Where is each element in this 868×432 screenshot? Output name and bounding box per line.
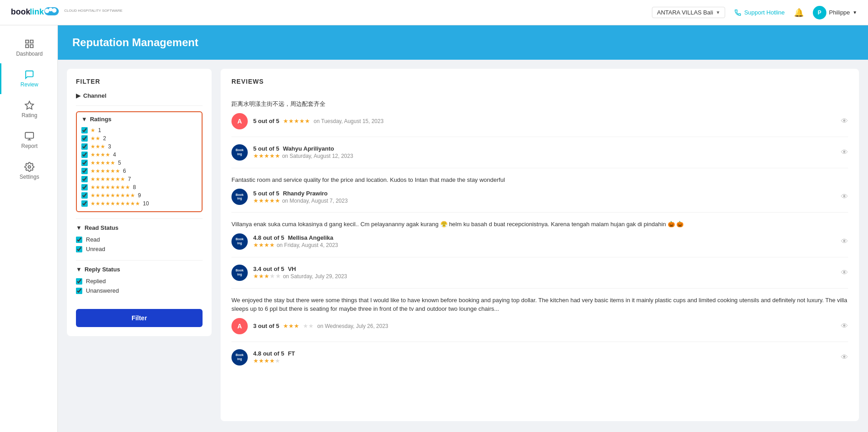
svg-rect-8	[26, 45, 28, 47]
review-stars-5: ★★★	[253, 273, 269, 280]
rating-1-stars: ★	[90, 127, 95, 133]
sidebar-item-dashboard[interactable]: Dashboard	[0, 33, 57, 63]
filter-button[interactable]: Filter	[76, 309, 203, 327]
view-button-1[interactable]: 👁	[841, 117, 848, 125]
review-date-4: on Friday, August 4, 2023	[277, 242, 338, 248]
view-button-6[interactable]: 👁	[841, 322, 848, 330]
view-button-5[interactable]: 👁	[841, 269, 848, 277]
review-rating-info-3: 5 out of 5 Rhandy Prawiro ★★★★★ on Monda…	[253, 190, 835, 204]
rating-10-label: 10	[143, 200, 149, 207]
review-date-6: on Wednesday, July 26, 2023	[317, 323, 388, 329]
review-text-1: 距离水明漾主街不远，周边配套齐全	[231, 100, 848, 109]
user-menu[interactable]: P Philippe ▼	[813, 6, 857, 19]
review-score-2: 5 out of 5	[253, 145, 279, 152]
rating-6-checkbox[interactable]	[81, 168, 88, 174]
rating-6-stars: ★★★★★★	[90, 168, 120, 174]
notifications-button[interactable]: 🔔	[794, 8, 804, 18]
reply-status-toggle[interactable]: ▼ Reply Status	[76, 266, 203, 273]
read-option-unread: Unread	[76, 244, 203, 254]
rating-5-label: 5	[118, 160, 121, 166]
channel-label: Channel	[83, 92, 106, 99]
sidebar-item-review[interactable]: Review	[0, 63, 57, 94]
ratings-box: ▼ Ratings ★ 1 ★★ 2	[76, 111, 203, 212]
review-card-3: Fantastic room and service quality for t…	[231, 168, 848, 213]
user-chevron-icon: ▼	[853, 10, 857, 15]
sidebar-report-label: Report	[21, 143, 38, 149]
rating-4-stars: ★★★★	[90, 152, 110, 158]
sidebar-item-rating[interactable]: Rating	[0, 94, 57, 125]
ratings-arrow-icon: ▼	[81, 116, 87, 123]
review-meta-5: Booking 3.4 out of 5 VH ★★★★★ on Saturda…	[231, 265, 848, 281]
review-rating-info-4: 4.8 out of 5 Mellisa Angelika ★★★★ on Fr…	[253, 234, 835, 248]
ratings-toggle[interactable]: ▼ Ratings	[81, 116, 197, 123]
svg-text:book: book	[11, 7, 31, 16]
sidebar-item-settings[interactable]: Settings	[0, 156, 57, 186]
main-content: FILTER ▶ Channel ▼ Ratings	[58, 60, 868, 430]
review-rating-info-7: 4.8 out of 5 FT ★★★★★	[253, 350, 835, 364]
view-button-3[interactable]: 👁	[841, 193, 848, 201]
reviewer-name-4: Mellisa Angelika	[288, 234, 334, 241]
review-meta-6: A 3 out of 5 ★★★★★ on Wednesday, July 26…	[231, 318, 848, 334]
hotel-selector[interactable]: ANTARA VILLAS Bali ▼	[652, 7, 725, 18]
channel-arrow-icon: ▶	[76, 92, 80, 99]
rating-7-checkbox[interactable]	[81, 176, 88, 182]
ratings-label: Ratings	[90, 116, 112, 123]
app-subtitle: CLOUD HOSPITALITY SOFTWARE	[64, 9, 123, 13]
rating-1-checkbox[interactable]	[81, 127, 88, 133]
support-hotline-button[interactable]: Support Hotline	[734, 9, 785, 16]
svg-rect-9	[30, 45, 33, 47]
rating-1-label: 1	[98, 127, 101, 133]
review-score-1: 5 out of 5	[253, 118, 279, 124]
review-text-6: We enjoyed the stay but there were some …	[231, 296, 848, 313]
read-status-label: Read Status	[85, 224, 118, 231]
divider-2	[76, 218, 203, 219]
unread-checkbox[interactable]	[76, 246, 82, 252]
review-date-3: on Monday, August 7, 2023	[282, 198, 348, 204]
read-status-toggle[interactable]: ▼ Read Status	[76, 224, 203, 231]
rating-row-8: ★★★★★★★★ 8	[81, 183, 197, 191]
logo: book link CLOUD HOSPITALITY SOFTWARE	[11, 5, 123, 21]
rating-row-2: ★★ 2	[81, 134, 197, 142]
channel-logo-booking-7: Booking	[231, 349, 248, 366]
rating-3-checkbox[interactable]	[81, 143, 88, 150]
channel-logo-booking-3: Booking	[231, 189, 248, 205]
review-score-6: 3 out of 5	[253, 323, 279, 329]
svg-point-5	[52, 8, 57, 13]
rating-4-label: 4	[113, 152, 116, 158]
rating-4-checkbox[interactable]	[81, 152, 88, 158]
review-card-1: 距离水明漾主街不远，周边配套齐全 A 5 out of 5 ★★★★★ on T…	[231, 92, 848, 137]
rating-8-label: 8	[133, 184, 136, 190]
review-rating-info-5: 3.4 out of 5 VH ★★★★★ on Saturday, July …	[253, 266, 835, 280]
rating-8-checkbox[interactable]	[81, 184, 88, 190]
review-date-1: on Tuesday, August 15, 2023	[314, 118, 384, 124]
rating-2-label: 2	[103, 135, 106, 142]
review-card-7: Booking 4.8 out of 5 FT ★★★★★ 👁	[231, 342, 848, 373]
unanswered-checkbox[interactable]	[76, 288, 82, 294]
replied-checkbox[interactable]	[76, 278, 82, 285]
phone-icon	[734, 9, 741, 16]
rating-10-checkbox[interactable]	[81, 200, 88, 207]
rating-8-stars: ★★★★★★★★	[90, 184, 130, 190]
reviewer-name-5: VH	[288, 266, 296, 272]
reviewer-name-2: Wahyu Apriliyanto	[283, 145, 334, 152]
channel-toggle[interactable]: ▶ Channel	[76, 92, 203, 99]
rating-5-checkbox[interactable]	[81, 160, 88, 166]
sidebar-item-report[interactable]: Report	[0, 125, 57, 156]
rating-2-stars: ★★	[90, 135, 100, 142]
view-button-7[interactable]: 👁	[841, 353, 848, 361]
svg-marker-10	[25, 101, 33, 109]
view-button-2[interactable]: 👁	[841, 148, 848, 157]
rating-9-checkbox[interactable]	[81, 192, 88, 199]
sidebar-review-label: Review	[20, 81, 38, 88]
review-score-5: 3.4 out of 5	[253, 266, 284, 272]
rating-7-label: 7	[128, 176, 131, 182]
page-title: Reputation Management	[72, 36, 854, 49]
review-text-4: Villanya enak suka cuma lokasinya d gang…	[231, 220, 848, 229]
rating-2-checkbox[interactable]	[81, 135, 88, 142]
rating-9-label: 9	[138, 192, 141, 199]
reply-option-unanswered: Unanswered	[76, 286, 203, 295]
read-checkbox[interactable]	[76, 237, 82, 243]
svg-point-4	[49, 8, 52, 11]
view-button-4[interactable]: 👁	[841, 237, 848, 246]
sidebar: Dashboard Review Rating Report	[0, 25, 58, 432]
